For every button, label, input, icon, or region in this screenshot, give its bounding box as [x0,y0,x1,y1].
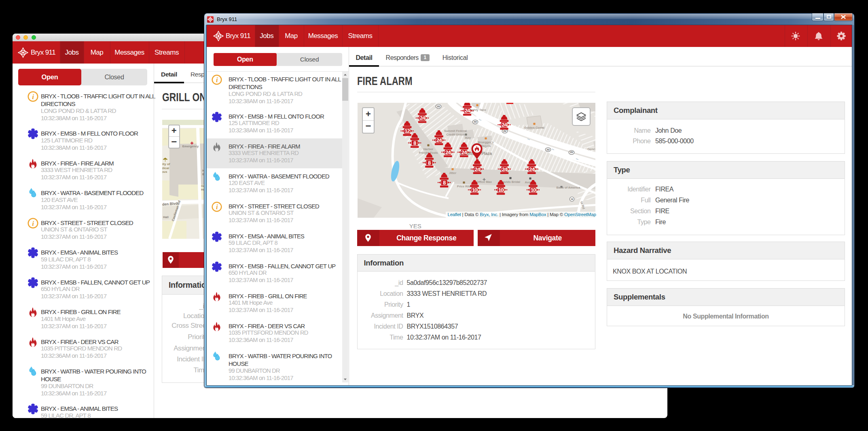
svg-text:i: i [32,219,34,227]
svg-text:8: 8 [413,140,416,146]
svg-text:10: 10 [530,187,536,193]
svg-text:Price Rite: Price Rite [457,185,471,188]
svg-text:Emergency: Emergency [182,144,199,148]
svg-text:Bank of America: Bank of America [556,186,580,189]
svg-text:i: i [32,93,34,101]
svg-text:8: 8 [428,160,431,166]
svg-text:Key: Key [465,136,471,140]
svg-text:Genesee M: Genesee M [587,147,595,151]
svg-text:24: 24 [502,122,507,128]
svg-text:8: 8 [442,180,445,186]
svg-text:10: 10 [472,187,477,193]
svg-text:252: 252 [474,121,477,123]
svg-text:24: 24 [461,149,467,155]
svg-text:24: 24 [502,166,507,172]
svg-text:12: 12 [404,128,410,134]
svg-text:252: 252 [546,149,550,151]
svg-text:24: 24 [529,166,535,172]
svg-text:Golden Corral: Golden Corral [524,126,544,130]
svg-text:Jitter: Jitter [449,171,456,175]
svg-text:252: 252 [570,151,573,153]
svg-text:24: 24 [464,108,470,114]
svg-text:252: 252 [437,106,440,108]
svg-text:19: 19 [571,198,573,200]
svg-text:Summit FederalCredit Union: Summit FederalCredit Union [444,129,466,136]
svg-text:24: 24 [445,149,451,155]
svg-text:24: 24 [436,137,442,143]
svg-text:i: i [216,76,218,84]
svg-text:i: i [216,203,218,211]
svg-text:24: 24 [474,166,480,172]
svg-text:252: 252 [503,130,506,132]
svg-text:24: 24 [419,115,425,121]
svg-text:10: 10 [498,187,503,193]
svg-text:Hall: Hall [163,215,169,219]
